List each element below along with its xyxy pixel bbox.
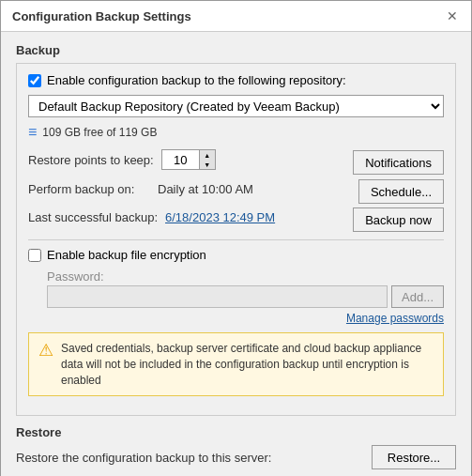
perform-backup-form: Perform backup on: Daily at 10:00 AM: [28, 182, 253, 196]
spinner-up[interactable]: ▲: [200, 150, 215, 160]
restore-row: Restore the configuration backup to this…: [16, 445, 456, 469]
password-input-wrap: Add...: [47, 285, 444, 308]
dialog: Configuration Backup Settings ✕ Backup E…: [0, 0, 472, 476]
title-bar: Configuration Backup Settings ✕: [1, 1, 471, 32]
backup-section-label: Backup: [16, 43, 456, 57]
spinner-buttons: ▲ ▼: [199, 149, 216, 170]
add-password-button[interactable]: Add...: [391, 285, 444, 308]
schedule-button[interactable]: Schedule...: [358, 179, 444, 204]
password-input[interactable]: [47, 285, 388, 308]
manage-passwords-link[interactable]: Manage passwords: [28, 312, 444, 325]
restore-points-row: Restore points to keep: ▲ ▼ Notification…: [28, 149, 444, 176]
last-backup-row: Last successful backup: 6/18/2023 12:49 …: [28, 207, 444, 232]
divider-1: [28, 239, 444, 240]
repository-select[interactable]: Default Backup Repository (Created by Ve…: [28, 95, 444, 117]
warning-box: ⚠ Saved credentials, backup server certi…: [28, 332, 444, 396]
restore-points-input[interactable]: [161, 149, 199, 170]
restore-button[interactable]: Restore...: [372, 445, 456, 469]
restore-text: Restore the configuration backup to this…: [16, 451, 271, 465]
encryption-section: Enable backup file encryption Password: …: [28, 248, 444, 325]
last-backup-form: Last successful backup: 6/18/2023 12:49 …: [28, 210, 275, 224]
enable-backup-label: Enable configuration backup to the follo…: [47, 73, 346, 87]
last-backup-label: Last successful backup:: [28, 210, 158, 224]
enable-backup-row: Enable configuration backup to the follo…: [28, 73, 444, 87]
perform-backup-row: Perform backup on: Daily at 10:00 AM Sch…: [28, 179, 444, 204]
perform-backup-value: Daily at 10:00 AM: [158, 182, 253, 196]
storage-text: 109 GB free of 119 GB: [42, 126, 157, 139]
content: Backup Enable configuration backup to th…: [1, 32, 471, 476]
repository-dropdown-row: Default Backup Repository (Created by Ve…: [28, 95, 444, 117]
restore-section: Restore Restore the configuration backup…: [16, 425, 456, 469]
encryption-checkbox-row: Enable backup file encryption: [28, 248, 444, 262]
restore-points-label: Restore points to keep:: [28, 153, 154, 167]
password-label: Password:: [47, 269, 444, 284]
warning-text: Saved credentials, backup server certifi…: [61, 341, 434, 388]
encryption-label: Enable backup file encryption: [47, 248, 206, 262]
close-button[interactable]: ✕: [445, 8, 460, 23]
warning-icon: ⚠: [38, 341, 53, 361]
last-backup-value[interactable]: 6/18/2023 12:49 PM: [165, 210, 275, 224]
spinner-down[interactable]: ▼: [200, 160, 215, 169]
backup-now-button[interactable]: Backup now: [353, 207, 444, 232]
restore-points-form: Restore points to keep: ▲ ▼: [28, 149, 216, 170]
restore-points-spinner: ▲ ▼: [161, 149, 216, 170]
backup-section: Enable configuration backup to the follo…: [16, 63, 456, 416]
storage-icon: ≡: [28, 125, 37, 140]
encryption-checkbox[interactable]: [28, 249, 41, 262]
dialog-title: Configuration Backup Settings: [12, 9, 191, 23]
perform-backup-label: Perform backup on:: [28, 182, 150, 196]
enable-backup-checkbox[interactable]: [28, 74, 41, 87]
restore-section-label: Restore: [16, 425, 456, 439]
notifications-button[interactable]: Notifications: [353, 150, 444, 175]
storage-info: ≡ 109 GB free of 119 GB: [28, 125, 444, 140]
